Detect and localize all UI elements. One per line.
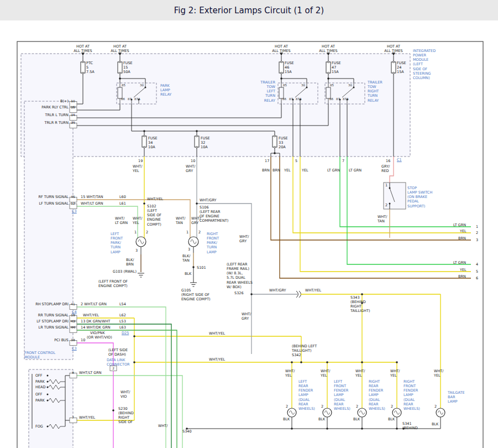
stop-lamp-switch-box — [384, 183, 406, 209]
integrated-power-module-box — [21, 54, 410, 157]
wire-lt-grn — [340, 157, 471, 264]
wire-wht-gry — [197, 157, 297, 354]
wire-gry-red — [390, 157, 394, 183]
trailer-tow-right-turn-relay-box — [325, 83, 365, 104]
wire-layer-colored — [77, 157, 471, 448]
lamp-filament-icon — [138, 239, 443, 414]
front-control-module-box — [24, 101, 73, 360]
wire-wht-yel — [77, 157, 471, 420]
wiring-diagram-svg — [0, 0, 498, 448]
wire-wht-dk-grn — [77, 330, 177, 448]
wire-wht-lt-grn — [77, 206, 182, 448]
trailer-tow-left-turn-relay-box — [278, 83, 318, 104]
module-boxes — [21, 54, 410, 448]
wiring-diagram: HOT AT ALL TIMESHOT AT ALL TIMESHOT AT A… — [0, 0, 498, 448]
headlamp-switch-box — [29, 369, 73, 448]
park-lamp-relay-box — [117, 83, 156, 104]
ground-icon — [138, 273, 197, 286]
wire-vio-pnk — [77, 343, 113, 448]
wire-brn — [271, 157, 471, 278]
